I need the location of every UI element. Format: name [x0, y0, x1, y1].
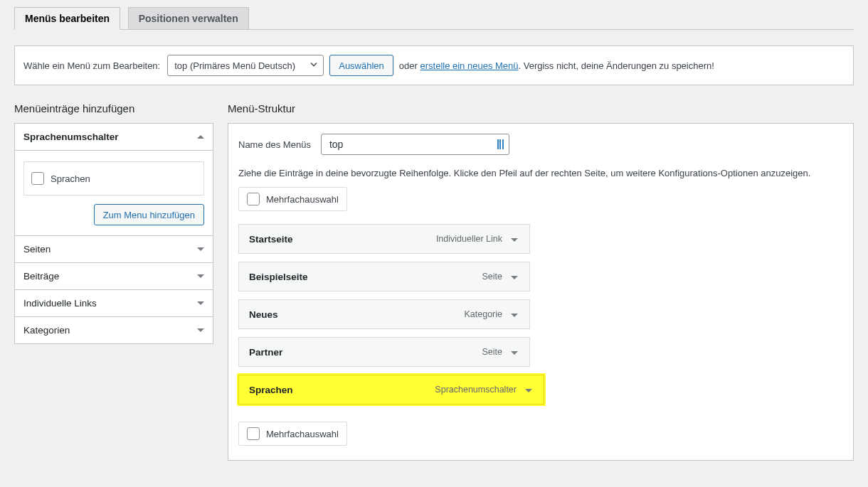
instructions-text: Ziehe die Einträge in deine bevorzugte R…: [238, 168, 843, 178]
bulk-select-checkbox[interactable]: [247, 193, 260, 205]
expand-item-icon[interactable]: [507, 235, 522, 243]
acc-title: Seiten: [23, 244, 51, 255]
menu-item-type: Kategorie: [464, 309, 522, 319]
menu-item-type: Seite: [482, 272, 523, 282]
add-items-heading: Menüeinträge hinzufügen: [14, 102, 213, 114]
expand-item-icon[interactable]: [521, 386, 536, 394]
chevron-down-icon: [309, 60, 318, 71]
menu-item-type: Individueller Link: [436, 234, 522, 244]
bulk-select-label: Mehrfachauswahl: [266, 429, 339, 439]
acc-head-pages[interactable]: Seiten: [15, 236, 213, 262]
add-items-accordion: Sprachenumschalter Sprachen Zum Menu hin…: [14, 123, 213, 344]
bulk-select-top: Mehrfachauswahl: [238, 187, 347, 211]
menu-item[interactable]: SprachenSprachenumschalter: [238, 375, 544, 405]
acc-head-custom-links[interactable]: Individuelle Links: [15, 290, 213, 316]
menu-item-type: Seite: [482, 347, 523, 357]
languages-checkbox[interactable]: [31, 172, 44, 185]
tab-edit-menus[interactable]: Menüs bearbeiten: [14, 7, 120, 30]
acc-title: Kategorien: [23, 325, 70, 336]
languages-checkbox-label: Sprachen: [51, 173, 90, 184]
menu-structure-heading: Menü-Struktur: [228, 102, 854, 114]
menu-item-title: Startseite: [249, 234, 293, 245]
create-new-menu-link[interactable]: erstelle ein neues Menü: [420, 60, 518, 71]
acc-title: Individuelle Links: [23, 298, 97, 309]
chevron-down-icon: [197, 328, 204, 332]
menu-item-title: Partner: [249, 347, 282, 358]
acc-head-categories[interactable]: Kategorien: [15, 317, 213, 343]
expand-item-icon[interactable]: [507, 348, 522, 356]
menu-item-title: Neues: [249, 309, 278, 320]
bulk-select-bottom: Mehrfachauswahl: [238, 422, 347, 446]
menu-item-title: Beispielseite: [249, 272, 308, 282]
language-switcher-option-row: Sprachen: [23, 161, 204, 196]
menu-item-type: Sprachenumschalter: [435, 385, 536, 395]
menu-item[interactable]: BeispielseiteSeite: [238, 262, 530, 291]
expand-item-icon[interactable]: [507, 311, 522, 319]
chevron-up-icon: [197, 135, 204, 139]
manage-menus-bar: Wähle ein Menü zum Bearbeiten: top (Prim…: [14, 46, 854, 85]
menu-name-input[interactable]: [328, 138, 494, 151]
select-button[interactable]: Auswählen: [329, 55, 393, 76]
menu-item[interactable]: StartseiteIndividueller Link: [238, 224, 530, 254]
chevron-down-icon: [197, 247, 204, 251]
or-text: oder erstelle ein neues Menü. Vergiss ni…: [399, 60, 714, 71]
add-to-menu-button[interactable]: Zum Menu hinzufügen: [94, 204, 204, 225]
select-menu-label: Wähle ein Menü zum Bearbeiten:: [23, 60, 160, 71]
acc-head-posts[interactable]: Beiträge: [15, 263, 213, 289]
nav-tab-wrapper: Menüs bearbeiten Positionen verwalten: [14, 0, 854, 30]
menu-select[interactable]: top (Primäres Menü Deutsch): [167, 55, 324, 76]
menu-item[interactable]: NeuesKategorie: [238, 299, 530, 329]
tab-manage-positions[interactable]: Positionen verwalten: [128, 7, 249, 29]
menu-item-title: Sprachen: [249, 385, 293, 395]
acc-title: Beiträge: [23, 271, 59, 282]
expand-item-icon[interactable]: [507, 273, 522, 281]
bulk-select-checkbox[interactable]: [247, 427, 260, 440]
grip-icon: [494, 139, 504, 149]
menu-item[interactable]: PartnerSeite: [238, 337, 530, 367]
chevron-down-icon: [197, 301, 204, 305]
acc-head-language-switcher[interactable]: Sprachenumschalter: [15, 124, 213, 150]
menu-name-input-wrap: [321, 134, 509, 155]
acc-title: Sprachenumschalter: [23, 132, 119, 142]
menu-name-label: Name des Menüs: [238, 139, 311, 150]
menu-select-value: top (Primäres Menü Deutsch): [174, 60, 295, 71]
bulk-select-label: Mehrfachauswahl: [266, 194, 339, 205]
menu-items-list: StartseiteIndividueller LinkBeispielseit…: [238, 224, 530, 405]
menu-structure-frame: Name des Menüs Ziehe die Einträge in dei…: [228, 123, 854, 461]
chevron-down-icon: [197, 274, 204, 278]
